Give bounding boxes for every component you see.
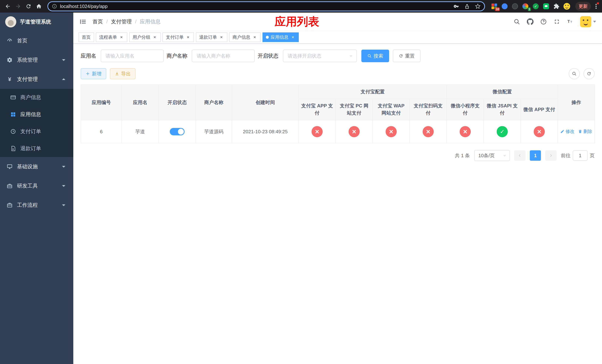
- address-bar[interactable]: localhost:1024/pay/app: [47, 1, 485, 11]
- tab-close-icon[interactable]: ×: [252, 35, 257, 40]
- browser-update-button[interactable]: 更新: [575, 2, 591, 11]
- main-area: 首页 / 支付管理 / 应用信息 应用列表 TT: [73, 13, 602, 364]
- sidebar-subitem-payment-order[interactable]: 支付订单: [0, 123, 73, 140]
- tab-process-form[interactable]: 流程表单×: [96, 32, 127, 42]
- next-page-button[interactable]: [545, 150, 557, 161]
- extensions-menu-button[interactable]: [553, 3, 560, 10]
- sidebar-item-system[interactable]: 系统管理: [0, 50, 73, 70]
- tab-close-icon[interactable]: ×: [185, 35, 191, 40]
- sidebar-item-dev-tools[interactable]: 研发工具: [0, 176, 73, 195]
- extension-check-icon[interactable]: ✓: [532, 3, 539, 10]
- forward-icon: [15, 3, 21, 9]
- app-name-input[interactable]: [101, 50, 164, 62]
- extension-avatar-icon[interactable]: 1: [522, 3, 529, 10]
- breadcrumb-payment[interactable]: 支付管理: [111, 18, 132, 25]
- tab-close-icon[interactable]: ×: [119, 35, 124, 40]
- toggle-search-button[interactable]: [569, 68, 580, 79]
- tab-close-icon[interactable]: ×: [219, 35, 224, 40]
- credit-card-icon: [10, 95, 16, 100]
- status-toggle[interactable]: [170, 128, 184, 135]
- merchant-name-input[interactable]: [192, 50, 255, 62]
- status-label: 开启状态: [258, 52, 279, 59]
- total-count: 共 1 条: [455, 152, 470, 159]
- grid-icon: [10, 112, 16, 117]
- caret-down-icon: [593, 21, 596, 22]
- fullscreen-icon[interactable]: [553, 18, 560, 25]
- tab-merchant-info[interactable]: 商户信息×: [229, 32, 261, 42]
- page-size-select[interactable]: 10条/页: [474, 150, 510, 161]
- svg-text:T: T: [570, 20, 572, 23]
- user-avatar-menu[interactable]: [580, 16, 596, 27]
- browser-profile-button[interactable]: [563, 3, 570, 10]
- chevron-left-icon: [518, 153, 522, 158]
- app-logo[interactable]: 芋道管理系统: [0, 13, 73, 31]
- back-icon: [5, 3, 11, 9]
- site-info-icon[interactable]: [52, 4, 57, 9]
- goto-page-input[interactable]: [573, 150, 588, 161]
- font-size-icon[interactable]: TT: [567, 18, 573, 25]
- table-row: 6 芋道 芋道源码 2021-10-23 08:49:25: [81, 120, 595, 143]
- tab-refund-order[interactable]: 退款订单×: [196, 32, 227, 42]
- prev-page-button[interactable]: [514, 150, 525, 161]
- cell-merchant: 芋道源码: [196, 120, 232, 143]
- refresh-table-button[interactable]: [583, 68, 595, 79]
- search-button[interactable]: 搜索: [361, 50, 389, 62]
- sidebar-collapse-icon[interactable]: [79, 18, 87, 25]
- chevron-up-icon: [61, 76, 67, 82]
- col-header-alipay-app: 支付宝 APP 支付: [299, 99, 336, 120]
- help-icon[interactable]: [540, 18, 547, 25]
- browser-forward-button[interactable]: [13, 1, 23, 11]
- goto-page: 前往 页: [561, 150, 595, 161]
- current-page-button[interactable]: 1: [530, 150, 541, 161]
- sidebar-item-payment[interactable]: ¥ 支付管理: [0, 70, 73, 89]
- sidebar-subitem-label: 支付订单: [20, 128, 41, 135]
- col-header-merchant: 商户名称: [196, 85, 232, 120]
- status-select[interactable]: 请选择开启状态: [283, 50, 357, 62]
- browser-reload-button[interactable]: [24, 1, 33, 11]
- sidebar-item-home[interactable]: 首页: [0, 31, 73, 50]
- delete-link[interactable]: 删除: [578, 128, 592, 134]
- extension-grid-icon[interactable]: 10: [491, 3, 498, 10]
- github-icon[interactable]: [527, 18, 534, 25]
- chevron-down-icon: [61, 183, 67, 189]
- col-header-created: 创建时间: [232, 85, 299, 120]
- sidebar-subitem-merchant-info[interactable]: 商户信息: [0, 89, 73, 106]
- browser-menu-button[interactable]: [593, 2, 599, 10]
- password-key-icon[interactable]: [453, 3, 459, 9]
- browser-back-button[interactable]: [3, 1, 13, 11]
- sidebar-item-infrastructure[interactable]: 基础设施: [0, 157, 73, 176]
- tab-close-icon[interactable]: ×: [290, 35, 295, 40]
- reset-button[interactable]: 重置: [393, 50, 420, 62]
- edit-pencil-icon: [560, 129, 564, 133]
- sidebar-subitem-app-info[interactable]: 应用信息: [0, 106, 73, 123]
- col-header-status: 开启状态: [159, 85, 196, 120]
- edit-link[interactable]: 修改: [560, 128, 574, 134]
- browser-home-button[interactable]: [34, 1, 44, 11]
- share-icon[interactable]: [464, 3, 470, 9]
- status-alipay-pc: [349, 126, 360, 137]
- extension-chat-icon[interactable]: [543, 3, 549, 10]
- sidebar-item-label: 研发工具: [17, 182, 56, 189]
- browser-toolbar: localhost:1024/pay/app 10 1 ✓: [0, 0, 602, 13]
- search-icon[interactable]: [514, 18, 520, 25]
- add-button[interactable]: 新增: [81, 68, 106, 79]
- chevron-right-icon: [549, 153, 553, 158]
- sidebar-item-workflow[interactable]: 工作流程: [0, 195, 73, 215]
- tab-app-info[interactable]: 应用信息×: [262, 32, 299, 42]
- bookmark-star-icon[interactable]: [475, 3, 481, 9]
- tab-close-icon[interactable]: ×: [152, 35, 157, 40]
- refresh-icon: [587, 71, 591, 76]
- tab-home[interactable]: 首页: [78, 32, 94, 42]
- blue-dot-icon: [502, 3, 508, 9]
- extension-area: 10 1 ✓: [489, 3, 572, 10]
- search-form: 应用名 商户名称 开启状态 请选择开启状态 搜索 重置: [81, 50, 595, 62]
- tab-payment-order[interactable]: 支付订单×: [162, 32, 194, 42]
- sidebar-subitem-refund-order[interactable]: 退款订单: [0, 140, 73, 157]
- status-wx-mini: [460, 126, 471, 137]
- breadcrumb-home[interactable]: 首页: [93, 18, 103, 25]
- extension-pin-icon[interactable]: [501, 3, 508, 10]
- sidebar-item-label: 系统管理: [17, 56, 56, 64]
- extension-dark-icon[interactable]: [512, 3, 518, 10]
- export-button[interactable]: 导出: [110, 68, 136, 79]
- tab-user-group[interactable]: 用户分组×: [129, 32, 161, 42]
